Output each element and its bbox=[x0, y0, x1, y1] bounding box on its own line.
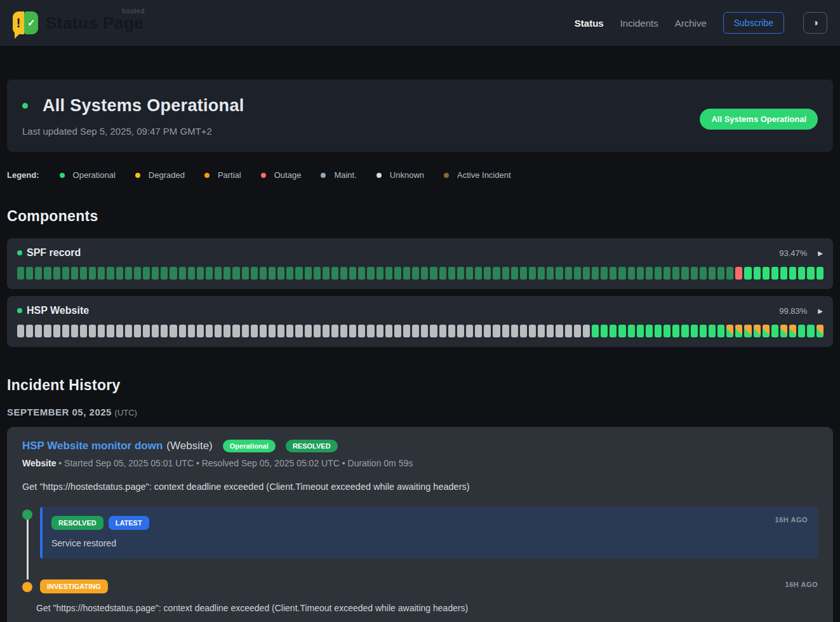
uptime-bar bbox=[62, 325, 69, 337]
uptime-bar bbox=[744, 267, 751, 280]
uptime-bar bbox=[277, 325, 284, 337]
uptime-bar bbox=[457, 325, 464, 337]
uptime-bar bbox=[663, 325, 670, 337]
uptime-bar bbox=[610, 267, 617, 280]
uptime-bar bbox=[251, 325, 258, 337]
uptime-bar bbox=[188, 267, 195, 280]
timeline-line bbox=[27, 518, 29, 579]
uptime-bar bbox=[556, 325, 563, 337]
uptime-bar bbox=[377, 267, 383, 280]
uptime-bar bbox=[672, 267, 679, 280]
nav-link-incidents[interactable]: Incidents bbox=[620, 18, 658, 29]
uptime-bar bbox=[35, 325, 42, 337]
uptime-bar-track bbox=[17, 267, 823, 280]
legend-item-label: Partial bbox=[218, 170, 241, 180]
legend-dot bbox=[204, 173, 210, 178]
uptime-bar bbox=[655, 325, 662, 337]
timeline-timestamp: 16H AGO bbox=[775, 516, 808, 524]
legend-item-partial: Partial bbox=[204, 170, 241, 180]
incident-meta-details: • Started Sep 05, 2025 05:01 UTC • Resol… bbox=[56, 458, 413, 468]
uptime-bar bbox=[448, 325, 455, 337]
uptime-bar bbox=[179, 267, 186, 280]
status-dot bbox=[22, 103, 28, 109]
expand-chevron-icon[interactable]: ▶ bbox=[818, 250, 823, 257]
uptime-bar bbox=[385, 267, 392, 280]
uptime-bar bbox=[215, 267, 222, 280]
component-card-spf-record: SPF record93.47%▶ bbox=[7, 238, 833, 289]
uptime-bar bbox=[717, 267, 724, 280]
uptime-bar bbox=[143, 325, 150, 337]
uptime-bar bbox=[251, 267, 258, 280]
uptime-bar bbox=[754, 325, 761, 337]
uptime-bar bbox=[412, 267, 419, 280]
uptime-bar bbox=[691, 325, 698, 337]
component-header[interactable]: SPF record93.47%▶ bbox=[17, 247, 823, 259]
uptime-bar bbox=[681, 325, 688, 337]
uptime-bar bbox=[170, 267, 177, 280]
uptime-bar bbox=[232, 325, 239, 337]
timezone-label: (UTC) bbox=[115, 408, 137, 417]
uptime-bar bbox=[107, 267, 114, 280]
component-right: 99.83%▶ bbox=[779, 306, 823, 316]
uptime-bar bbox=[232, 267, 239, 280]
uptime-bar bbox=[80, 325, 87, 337]
uptime-bar bbox=[439, 267, 446, 280]
uptime-bar bbox=[80, 267, 87, 280]
uptime-bar bbox=[484, 267, 491, 280]
uptime-bar bbox=[538, 267, 545, 280]
component-uptime-percent: 93.47% bbox=[779, 248, 807, 258]
uptime-bar bbox=[448, 267, 455, 280]
uptime-bar-track bbox=[17, 325, 823, 337]
uptime-bar bbox=[475, 325, 482, 337]
uptime-bar bbox=[242, 325, 249, 337]
status-banner: All Systems Operational Last updated Sep… bbox=[7, 79, 833, 152]
theme-toggle-button[interactable]: ◑ bbox=[803, 12, 827, 34]
uptime-bar bbox=[430, 325, 437, 337]
expand-chevron-icon[interactable]: ▶ bbox=[818, 308, 823, 314]
subscribe-button[interactable]: Subscribe bbox=[723, 12, 784, 34]
uptime-bar bbox=[340, 267, 347, 280]
theme-contrast-icon: ◑ bbox=[812, 17, 818, 29]
uptime-bar bbox=[26, 267, 33, 280]
uptime-bar bbox=[763, 267, 770, 280]
uptime-bar bbox=[295, 325, 302, 337]
nav-link-status[interactable]: Status bbox=[575, 18, 604, 29]
uptime-bar bbox=[610, 325, 617, 337]
uptime-bar bbox=[44, 267, 51, 280]
uptime-bar bbox=[98, 267, 105, 280]
timeline-message: Get "https://hostedstatus.page": context… bbox=[36, 603, 818, 613]
uptime-bar bbox=[35, 267, 42, 280]
uptime-bar bbox=[242, 267, 249, 280]
incident-badge-resolved: RESOLVED bbox=[286, 440, 338, 452]
uptime-bar bbox=[305, 325, 312, 337]
header: ! ✓ Status Page hosted StatusIncidentsAr… bbox=[0, 0, 840, 46]
incident-title-link[interactable]: HSP Website monitor down bbox=[22, 440, 163, 452]
uptime-bar bbox=[394, 267, 401, 280]
check-icon: ✓ bbox=[24, 11, 38, 34]
uptime-bar bbox=[601, 267, 608, 280]
uptime-bar bbox=[511, 267, 518, 280]
brand-name: Status Page hosted bbox=[46, 13, 143, 33]
uptime-bar bbox=[771, 325, 778, 337]
uptime-bar bbox=[789, 325, 796, 337]
legend-dot bbox=[261, 173, 266, 178]
uptime-bar bbox=[502, 267, 509, 280]
brand-logo[interactable]: ! ✓ Status Page hosted bbox=[13, 11, 143, 34]
uptime-bar bbox=[817, 325, 823, 337]
overall-status-title: All Systems Operational bbox=[43, 96, 244, 116]
legend-dot bbox=[444, 173, 449, 178]
component-uptime-percent: 99.83% bbox=[779, 306, 807, 316]
timeline-badges: RESOLVEDLATEST bbox=[51, 516, 806, 530]
uptime-bar bbox=[439, 325, 446, 337]
component-header[interactable]: HSP Website99.83%▶ bbox=[17, 305, 823, 316]
incident-meta-component: Website bbox=[22, 458, 56, 468]
status-page-logo-icon: ! ✓ bbox=[13, 11, 38, 34]
uptime-bar bbox=[206, 325, 213, 337]
legend-item-active-incident: Active Incident bbox=[444, 170, 511, 180]
incident-description: Get "https://hostedstatus.page": context… bbox=[22, 482, 818, 492]
uptime-bar bbox=[403, 267, 410, 280]
uptime-bar bbox=[520, 325, 527, 337]
uptime-bar bbox=[628, 267, 635, 280]
nav-link-archive[interactable]: Archive bbox=[675, 18, 707, 29]
uptime-bar bbox=[618, 325, 625, 337]
